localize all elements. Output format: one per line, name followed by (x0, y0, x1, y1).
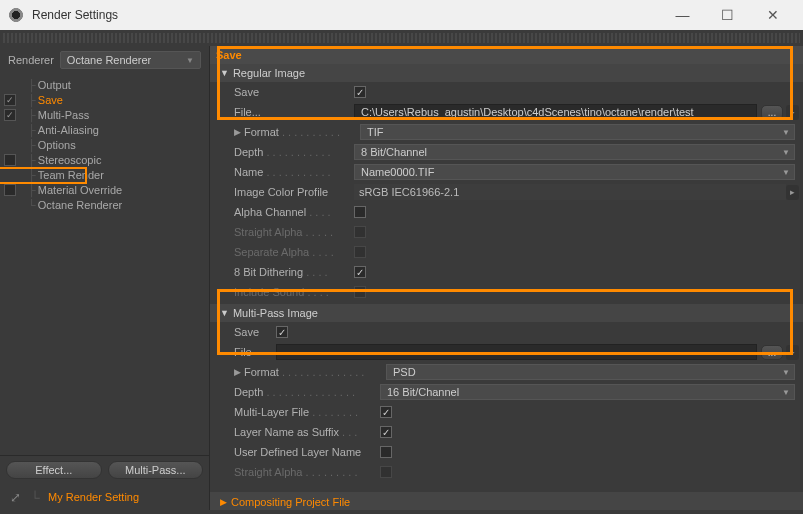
tree-item-materialoverride[interactable]: ├Material Override (0, 182, 209, 197)
chevron-right-icon[interactable]: ▶ (230, 367, 244, 377)
preset-name: My Render Setting (48, 491, 139, 503)
tree-item-antialiasing[interactable]: ├Anti-Aliasing (0, 122, 209, 137)
regular-file-input[interactable]: C:\Users\Rebus_agustin\Desktop\c4dScenes… (354, 104, 757, 120)
effect-button[interactable]: Effect... (6, 461, 102, 479)
mp-depth-select[interactable]: 16 Bit/Channel▼ (380, 384, 795, 400)
format-select[interactable]: TIF▼ (360, 124, 795, 140)
multilayer-label: Multi-Layer File (234, 406, 309, 418)
chevron-right-icon[interactable]: ▶ (230, 127, 244, 137)
path-menu-button[interactable]: ▸ (786, 105, 799, 120)
renderer-label: Renderer (8, 54, 54, 66)
depth-select[interactable]: 8 Bit/Channel▼ (354, 144, 795, 160)
mp-depth-label: Depth (234, 386, 263, 398)
alpha-channel-checkbox[interactable] (354, 206, 366, 218)
settings-tree: ├Output ✓├Save ✓├Multi-Pass ├Anti-Aliasi… (0, 77, 209, 455)
name-label: Name (234, 166, 263, 178)
window-title: Render Settings (32, 8, 660, 22)
mp-format-label: Format (244, 366, 279, 378)
app-icon (8, 7, 24, 23)
userdef-label: User Defined Layer Name (234, 446, 361, 458)
tree-item-options[interactable]: ├Options (0, 137, 209, 152)
multipass-button[interactable]: Multi-Pass... (108, 461, 204, 479)
straight-alpha-checkbox (354, 226, 366, 238)
tree-line-icon: └ (28, 490, 42, 504)
include-sound-label: Include Sound (234, 286, 304, 298)
profile-label: Image Color Profile (234, 186, 328, 198)
tree-item-teamrender[interactable]: ├Team Render (0, 167, 209, 182)
grip-bar[interactable] (3, 33, 800, 43)
tree-item-octanerenderer[interactable]: └Octane Renderer (0, 197, 209, 212)
section-regular-image[interactable]: ▼ Regular Image (210, 64, 803, 82)
separate-alpha-checkbox (354, 246, 366, 258)
layername-label: Layer Name as Suffix (234, 426, 339, 438)
dithering-checkbox[interactable] (354, 266, 366, 278)
expand-icon: ⤢ (8, 490, 22, 504)
save-label: Save (234, 86, 259, 98)
maximize-button[interactable]: ☐ (705, 0, 750, 30)
multilayer-checkbox[interactable] (380, 406, 392, 418)
chevron-down-icon: ▼ (220, 68, 229, 78)
profile-menu-button[interactable]: ▸ (786, 185, 799, 200)
tree-item-multipass[interactable]: ✓├Multi-Pass (0, 107, 209, 122)
renderer-value: Octane Renderer (67, 54, 151, 66)
close-button[interactable]: ✕ (750, 0, 795, 30)
tree-item-stereoscopic[interactable]: ├Stereoscopic (0, 152, 209, 167)
layername-checkbox[interactable] (380, 426, 392, 438)
render-preset[interactable]: ⤢ └ My Render Setting (0, 484, 209, 510)
mp-straight-checkbox (380, 466, 392, 478)
dithering-label: 8 Bit Dithering (234, 266, 303, 278)
color-profile-field[interactable]: sRGB IEC61966-2.1 (354, 184, 786, 200)
renderer-dropdown[interactable]: Octane Renderer ▼ (60, 51, 201, 69)
mp-browse-button[interactable]: ... (761, 345, 783, 360)
chevron-right-icon: ▶ (220, 497, 227, 507)
chevron-down-icon: ▼ (220, 308, 229, 318)
tree-item-output[interactable]: ├Output (0, 77, 209, 92)
main-panel: Save ▼ Regular Image Save File... C:\Use… (210, 46, 803, 510)
tab-save[interactable]: Save (210, 46, 803, 64)
include-sound-checkbox (354, 286, 366, 298)
mp-path-menu-button[interactable]: ▸ (786, 345, 799, 360)
alpha-label: Alpha Channel (234, 206, 306, 218)
mp-save-label: Save (234, 326, 259, 338)
multipass-file-input[interactable] (276, 344, 757, 360)
multipass-save-checkbox[interactable] (276, 326, 288, 338)
regular-save-checkbox[interactable] (354, 86, 366, 98)
browse-button[interactable]: ... (761, 105, 783, 120)
titlebar[interactable]: Render Settings — ☐ ✕ (0, 0, 803, 30)
mp-straight-label: Straight Alpha (234, 466, 303, 478)
section-multipass-image[interactable]: ▼ Multi-Pass Image (210, 304, 803, 322)
separate-alpha-label: Separate Alpha (234, 246, 309, 258)
depth-label: Depth (234, 146, 263, 158)
name-select[interactable]: Name0000.TIF▼ (354, 164, 795, 180)
minimize-button[interactable]: — (660, 0, 705, 30)
mp-format-select[interactable]: PSD▼ (386, 364, 795, 380)
chevron-down-icon: ▼ (186, 56, 194, 65)
mp-file-label: File (234, 346, 252, 358)
render-settings-window: Render Settings — ☐ ✕ Renderer Octane Re… (0, 0, 803, 514)
section-compositing[interactable]: ▶ Compositing Project File (210, 492, 803, 510)
sidebar: Renderer Octane Renderer ▼ ├Output ✓├Sav… (0, 46, 210, 510)
format-label: Format (244, 126, 279, 138)
straight-alpha-label: Straight Alpha (234, 226, 303, 238)
tree-item-save[interactable]: ✓├Save (0, 92, 209, 107)
userdef-checkbox[interactable] (380, 446, 392, 458)
file-label: File... (234, 106, 261, 118)
